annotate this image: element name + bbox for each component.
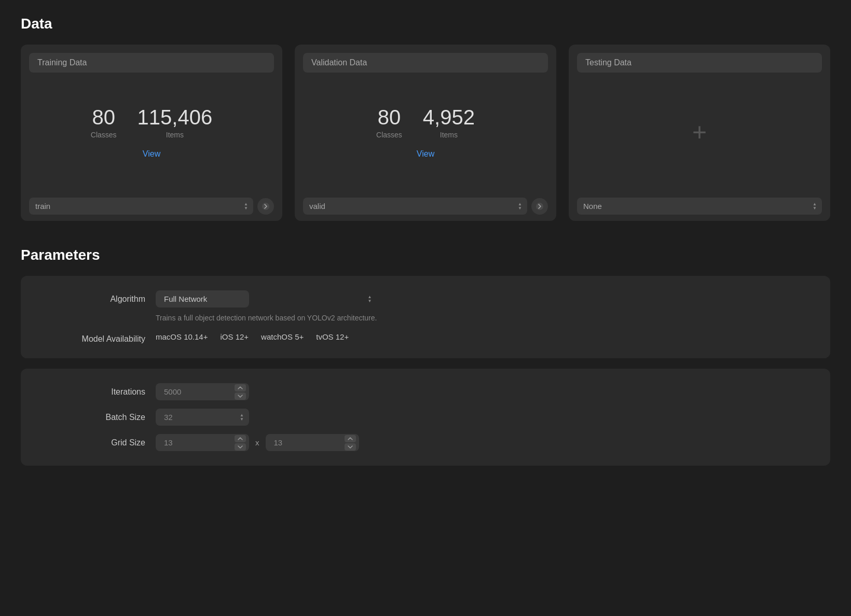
data-section-title: Data xyxy=(21,16,830,32)
algorithm-row: Algorithm Full Network Transfer Learning… xyxy=(42,290,809,322)
grid-size-y-increment-btn[interactable] xyxy=(345,435,356,442)
training-classes-label: Classes xyxy=(91,131,117,139)
training-params-card: Iterations xyxy=(21,369,830,466)
parameters-section-title: Parameters xyxy=(21,247,830,263)
algorithm-content: Full Network Transfer Learning ▲ ▼ Train… xyxy=(156,290,377,322)
grid-size-inputs: x xyxy=(156,434,359,451)
training-navigate-btn[interactable] xyxy=(257,198,274,215)
add-testing-data-icon[interactable]: + xyxy=(692,118,707,146)
validation-split-select-wrapper: valid train test ▲ ▼ xyxy=(303,198,527,215)
testing-card-header: Testing Data xyxy=(577,53,822,73)
validation-items-stat: 4,952 Items xyxy=(423,106,475,139)
grid-size-x-decrement-btn[interactable] xyxy=(235,443,246,451)
data-cards-container: Training Data 80 Classes 115,406 Items V… xyxy=(21,45,830,221)
grid-size-row: Grid Size xyxy=(42,434,809,451)
validation-view-link[interactable]: View xyxy=(417,149,434,159)
iterations-spinner xyxy=(235,384,246,400)
grid-size-x-separator: x xyxy=(255,438,259,447)
batch-size-row: Batch Size 16 32 64 128 ▲ ▼ xyxy=(42,409,809,426)
algorithm-label: Algorithm xyxy=(42,290,156,304)
availability-tvos: tvOS 12+ xyxy=(316,332,349,341)
validation-items-label: Items xyxy=(440,131,458,139)
testing-split-select[interactable]: None train valid test xyxy=(577,198,822,215)
training-card-header: Training Data xyxy=(29,53,274,73)
batch-size-select[interactable]: 16 32 64 128 xyxy=(156,409,249,426)
training-split-select[interactable]: train valid test xyxy=(29,198,253,215)
chevron-down-icon xyxy=(348,445,353,449)
grid-size-y-spinner xyxy=(345,435,356,451)
validation-split-select[interactable]: valid train test xyxy=(303,198,527,215)
training-classes-stat: 80 Classes xyxy=(91,106,117,139)
training-data-card: Training Data 80 Classes 115,406 Items V… xyxy=(21,45,282,221)
training-classes-value: 80 xyxy=(92,106,115,129)
algorithm-select-arrows: ▲ ▼ xyxy=(368,295,372,303)
iterations-increment-btn[interactable] xyxy=(235,384,246,391)
validation-classes-label: Classes xyxy=(376,131,402,139)
training-stats: 80 Classes 115,406 Items xyxy=(91,106,212,139)
chevron-down-icon xyxy=(238,445,243,449)
grid-size-x-spinner xyxy=(235,435,246,451)
grid-size-x-wrapper xyxy=(156,434,249,451)
chevron-up-icon xyxy=(238,437,243,441)
iterations-label: Iterations xyxy=(42,383,156,397)
validation-navigate-btn[interactable] xyxy=(531,198,548,215)
testing-split-select-wrapper: None train valid test ▲ ▼ xyxy=(577,198,822,215)
arrow-right-icon xyxy=(536,202,544,211)
grid-size-y-decrement-btn[interactable] xyxy=(345,443,356,451)
validation-card-body: 80 Classes 4,952 Items View xyxy=(295,73,556,191)
testing-data-card: Testing Data + None train valid test ▲ ▼ xyxy=(569,45,830,221)
chevron-up-icon xyxy=(348,437,353,441)
iterations-row: Iterations xyxy=(42,383,809,400)
algorithm-select-wrapper: Full Network Transfer Learning ▲ ▼ xyxy=(156,290,377,307)
training-view-link[interactable]: View xyxy=(143,149,160,159)
iterations-input-wrapper xyxy=(156,383,249,400)
validation-card-footer: valid train test ▲ ▼ xyxy=(295,191,556,221)
parameters-section: Parameters Algorithm Full Network Transf… xyxy=(21,247,830,466)
algorithm-select[interactable]: Full Network Transfer Learning xyxy=(156,290,249,307)
testing-card-body: + xyxy=(569,73,830,191)
validation-items-value: 4,952 xyxy=(423,106,475,129)
availability-watchos: watchOS 5+ xyxy=(261,332,304,341)
availability-ios: iOS 12+ xyxy=(220,332,249,341)
data-section: Data Training Data 80 Classes 115,406 It… xyxy=(21,16,830,221)
iterations-decrement-btn[interactable] xyxy=(235,393,246,400)
training-items-stat: 115,406 Items xyxy=(138,106,213,139)
grid-size-x-increment-btn[interactable] xyxy=(235,435,246,442)
training-card-body: 80 Classes 115,406 Items View xyxy=(21,73,282,191)
grid-size-label: Grid Size xyxy=(42,434,156,447)
validation-classes-value: 80 xyxy=(378,106,401,129)
svg-point-0 xyxy=(262,203,269,210)
batch-size-select-wrapper: 16 32 64 128 ▲ ▼ xyxy=(156,409,249,426)
validation-card-header: Validation Data xyxy=(303,53,548,73)
testing-card-footer: None train valid test ▲ ▼ xyxy=(569,191,830,221)
availability-label: Model Availability xyxy=(42,330,156,344)
validation-data-card: Validation Data 80 Classes 4,952 Items V… xyxy=(295,45,556,221)
grid-size-y-wrapper xyxy=(266,434,359,451)
chevron-up-icon xyxy=(238,386,243,390)
training-items-label: Items xyxy=(166,131,184,139)
availability-macos: macOS 10.14+ xyxy=(156,332,208,341)
training-items-value: 115,406 xyxy=(138,106,213,129)
availability-tags-container: macOS 10.14+ iOS 12+ watchOS 5+ tvOS 12+ xyxy=(156,332,349,341)
availability-row: Model Availability macOS 10.14+ iOS 12+ … xyxy=(42,330,809,344)
validation-stats: 80 Classes 4,952 Items xyxy=(376,106,475,139)
validation-classes-stat: 80 Classes xyxy=(376,106,402,139)
algorithm-description: Trains a full object detection network b… xyxy=(156,314,377,322)
chevron-down-icon xyxy=(238,394,243,398)
svg-point-1 xyxy=(536,203,543,210)
arrow-right-icon xyxy=(262,202,270,211)
training-split-select-wrapper: train valid test ▲ ▼ xyxy=(29,198,253,215)
batch-size-label: Batch Size xyxy=(42,409,156,422)
algorithm-card: Algorithm Full Network Transfer Learning… xyxy=(21,276,830,358)
training-card-footer: train valid test ▲ ▼ xyxy=(21,191,282,221)
